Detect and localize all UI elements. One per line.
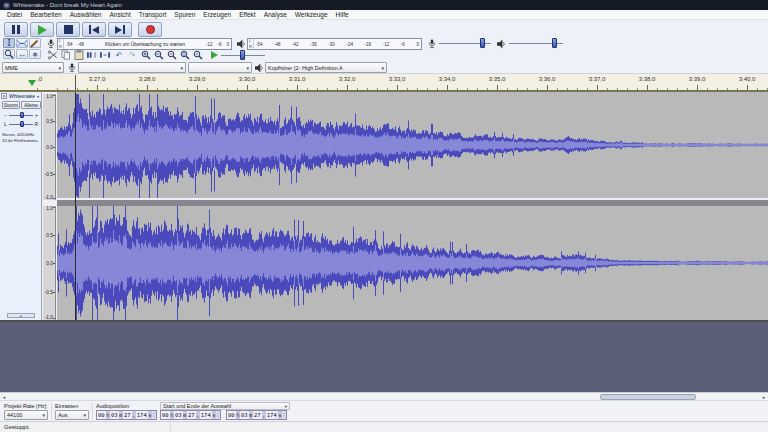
time-digit[interactable]: 27 (187, 411, 196, 419)
zoom-out-button[interactable] (153, 50, 165, 60)
playback-volume-thumb[interactable] (552, 38, 557, 48)
ruler-major-tick (347, 85, 348, 90)
skip-to-end-button[interactable] (108, 22, 132, 37)
meter-tick: -54 (66, 42, 73, 47)
time-spinner[interactable]: ▴▾ (152, 412, 156, 418)
track-close-button[interactable]: × (1, 93, 7, 99)
ruler-minor-tick (627, 88, 628, 90)
recording-volume-thumb[interactable] (480, 38, 485, 48)
stop-button[interactable] (56, 22, 80, 37)
recording-meter[interactable]: LR -54-48 Klicken um Überwachung zu star… (57, 38, 232, 50)
multi-tool-button[interactable]: ∗ (29, 49, 41, 59)
time-spinner[interactable]: ▴▾ (216, 412, 220, 418)
paste-button[interactable] (73, 50, 85, 60)
vertical-scale-right-channel[interactable]: 1,00,50,0-0,5-1,0 (43, 206, 56, 320)
track-control-panel[interactable]: × Whitesnake ▾ Stumm Alleine − + L R Ste… (0, 92, 42, 320)
time-digit[interactable]: 27 (253, 411, 262, 419)
timeline-ruler[interactable]: ,03:27,03:28,03:29,03:30,03:31,03:32,03:… (0, 74, 768, 91)
project-rate-select[interactable]: 44100▾ (4, 410, 48, 420)
timeline-pin-icon[interactable] (28, 80, 36, 86)
gain-slider[interactable]: − + (4, 111, 38, 119)
time-digit[interactable]: 00 (97, 411, 106, 419)
ruler-major-tick (547, 85, 548, 90)
time-digit[interactable]: 03 (240, 411, 249, 419)
record-button[interactable] (138, 22, 162, 37)
fit-project-button[interactable] (179, 50, 191, 60)
trim-audio-button[interactable] (86, 50, 98, 60)
selection-start-field[interactable]: 00h03m27,174s▴▾ (160, 410, 221, 420)
time-digit[interactable]: 174 (266, 411, 278, 419)
skip-to-start-button[interactable] (82, 22, 106, 37)
menu-erzeugen[interactable]: Erzeugen (199, 10, 235, 20)
zoom-to-selection-button[interactable] (166, 50, 178, 60)
playback-meter[interactable]: LR -54-48-42-36-30-24-18-12-60 (247, 38, 422, 50)
cut-button[interactable] (47, 50, 59, 60)
vertical-scale-left-channel[interactable]: 1,00,50,0-0,5-1,0 (43, 94, 56, 200)
mixer-speaker-icon (497, 39, 506, 49)
time-digit[interactable]: 00 (227, 411, 236, 419)
track-menu-chevron-icon[interactable]: ▾ (37, 94, 39, 99)
solo-button[interactable]: Alleine (21, 101, 41, 109)
scale-tick (53, 198, 55, 199)
zoom-tool-button[interactable] (3, 49, 15, 59)
menu-spuren[interactable]: Spuren (170, 10, 199, 20)
pan-thumb[interactable] (20, 121, 24, 127)
play-at-speed-button[interactable] (208, 50, 220, 60)
playback-device-select[interactable]: Kopfhörer (2- High Definition A▾ (265, 62, 387, 73)
snap-select[interactable]: Aus▾ (55, 410, 89, 420)
waveform-left-channel[interactable] (57, 92, 768, 198)
timeshift-tool-button[interactable]: ↔ (16, 49, 28, 59)
audio-position-field[interactable]: 00h03m27,174s▴▾ (96, 410, 157, 420)
track-name[interactable]: Whitesnake (9, 93, 35, 99)
menu-bearbeiten[interactable]: Bearbeiten (26, 10, 65, 20)
audio-host-select[interactable]: MME▾ (2, 62, 64, 73)
playback-volume-slider[interactable] (508, 38, 564, 48)
time-digit[interactable]: 03 (110, 411, 119, 419)
time-digit[interactable]: 174 (136, 411, 148, 419)
ruler-minor-tick (157, 88, 158, 90)
copy-button[interactable] (60, 50, 72, 60)
menu-ansicht[interactable]: Ansicht (105, 10, 134, 20)
track-collapse-button[interactable]: ▴ (7, 313, 35, 318)
menu-werkzeuge[interactable]: Werkzeuge (291, 10, 332, 20)
play-button[interactable] (30, 22, 54, 37)
play-speed-slider[interactable] (220, 50, 266, 60)
menu-hilfe[interactable]: Hilfe (332, 10, 353, 20)
zoom-toggle-button[interactable] (192, 50, 204, 60)
time-digit[interactable]: 03 (174, 411, 183, 419)
empty-track-area[interactable] (0, 322, 768, 392)
selection-tool-button[interactable]: I (3, 38, 15, 48)
menu-effekt[interactable]: Effekt (235, 10, 260, 20)
pan-slider[interactable]: L R (4, 120, 38, 128)
horizontal-scrollbar[interactable]: ◂ ▸ (0, 392, 768, 400)
redo-button[interactable]: ↷ (126, 50, 138, 60)
draw-tool-button[interactable] (29, 38, 41, 48)
ruler-minor-tick (507, 88, 508, 90)
menu-transport[interactable]: Transport (135, 10, 171, 20)
menu-datei[interactable]: Datei (3, 10, 26, 20)
recording-channels-select[interactable]: ▾ (188, 62, 252, 73)
waveform-right-channel[interactable] (57, 206, 768, 320)
scale-label: 0,0 (46, 145, 53, 150)
time-digit[interactable]: 174 (200, 411, 212, 419)
zoom-in-button[interactable] (140, 50, 152, 60)
time-spinner[interactable]: ▴▾ (282, 412, 286, 418)
mute-button[interactable]: Stumm (2, 101, 20, 109)
status-text: Gestoppt. (4, 424, 30, 430)
selection-range-select[interactable]: Start und Ende der Auswahl ▾ (160, 402, 290, 410)
audacity-window: Whitesnake - Dont break My Heart Again D… (0, 0, 768, 432)
ruler-major-tick (697, 85, 698, 90)
menu-analyse[interactable]: Analyse (260, 10, 291, 20)
undo-button[interactable]: ↶ (113, 50, 125, 60)
play-speed-thumb[interactable] (240, 50, 245, 60)
recording-volume-slider[interactable] (438, 38, 492, 48)
recording-device-select[interactable]: ▾ (78, 62, 186, 73)
time-digit[interactable]: 00 (161, 411, 170, 419)
pause-button[interactable] (4, 22, 28, 37)
selection-end-field[interactable]: 00h03m27,174s▴▾ (226, 410, 287, 420)
silence-audio-button[interactable] (99, 50, 111, 60)
menu-auswhlen[interactable]: Auswählen (66, 10, 106, 20)
envelope-tool-button[interactable] (16, 38, 28, 48)
gain-thumb[interactable] (20, 112, 24, 118)
time-digit[interactable]: 27 (123, 411, 132, 419)
